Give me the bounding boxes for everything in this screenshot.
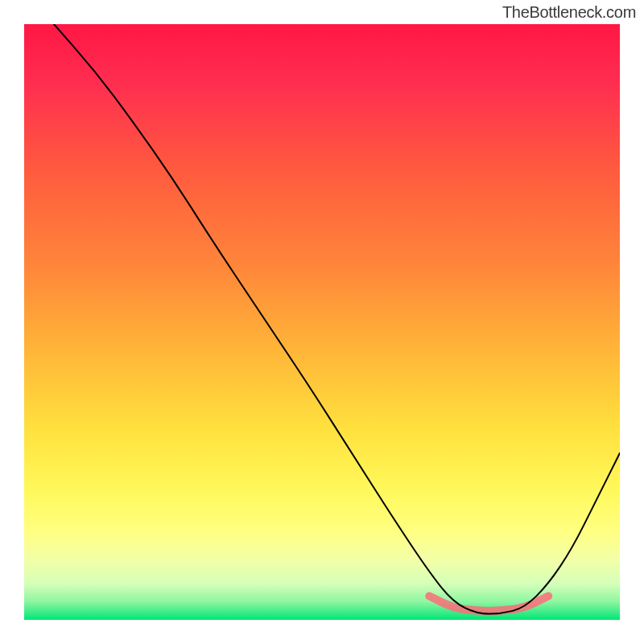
chart-area	[24, 24, 620, 620]
chart-lines	[24, 24, 620, 620]
main-curve-line	[54, 24, 620, 614]
highlight-band-line	[429, 596, 548, 611]
watermark-text: TheBottleneck.com	[502, 3, 636, 22]
